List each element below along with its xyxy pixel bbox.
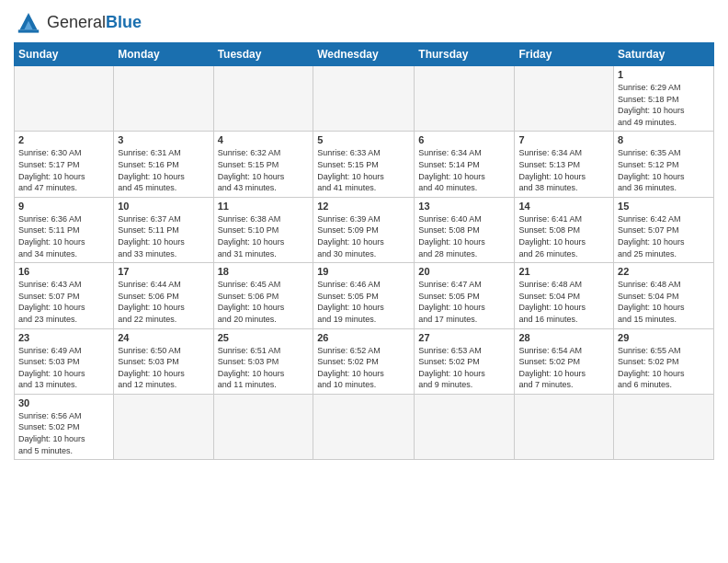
day-number: 14 xyxy=(518,201,609,212)
day-cell: 16Sunrise: 6:43 AM Sunset: 5:07 PM Dayli… xyxy=(15,263,114,328)
day-cell xyxy=(313,66,415,132)
day-cell: 10Sunrise: 6:37 AM Sunset: 5:11 PM Dayli… xyxy=(114,197,213,262)
day-info: Sunrise: 6:53 AM Sunset: 5:02 PM Dayligh… xyxy=(418,345,510,391)
day-number: 8 xyxy=(618,134,710,145)
day-cell: 17Sunrise: 6:44 AM Sunset: 5:06 PM Dayli… xyxy=(114,263,213,328)
day-number: 12 xyxy=(317,201,410,212)
day-info: Sunrise: 6:52 AM Sunset: 5:02 PM Dayligh… xyxy=(317,345,410,391)
day-number: 25 xyxy=(218,332,310,343)
day-cell xyxy=(515,66,614,132)
day-number: 28 xyxy=(518,332,609,343)
day-info: Sunrise: 6:34 AM Sunset: 5:13 PM Dayligh… xyxy=(518,147,609,193)
day-info: Sunrise: 6:48 AM Sunset: 5:04 PM Dayligh… xyxy=(518,279,609,325)
day-number: 22 xyxy=(618,266,710,277)
day-info: Sunrise: 6:38 AM Sunset: 5:10 PM Dayligh… xyxy=(218,213,310,259)
day-cell: 1Sunrise: 6:29 AM Sunset: 5:18 PM Daylig… xyxy=(614,66,714,132)
day-info: Sunrise: 6:39 AM Sunset: 5:09 PM Dayligh… xyxy=(317,213,410,259)
day-cell: 12Sunrise: 6:39 AM Sunset: 5:09 PM Dayli… xyxy=(313,197,415,262)
day-number: 16 xyxy=(18,266,109,277)
day-cell: 4Sunrise: 6:32 AM Sunset: 5:15 PM Daylig… xyxy=(213,132,313,197)
svg-rect-2 xyxy=(18,29,39,32)
day-info: Sunrise: 6:55 AM Sunset: 5:02 PM Dayligh… xyxy=(618,345,710,391)
day-number: 27 xyxy=(418,332,510,343)
day-info: Sunrise: 6:34 AM Sunset: 5:14 PM Dayligh… xyxy=(418,147,510,193)
day-cell xyxy=(415,66,515,132)
day-info: Sunrise: 6:54 AM Sunset: 5:02 PM Dayligh… xyxy=(518,345,609,391)
day-cell: 24Sunrise: 6:50 AM Sunset: 5:03 PM Dayli… xyxy=(114,328,213,394)
day-info: Sunrise: 6:40 AM Sunset: 5:08 PM Dayligh… xyxy=(418,213,510,259)
logo-icon xyxy=(14,9,43,35)
calendar: SundayMondayTuesdayWednesdayThursdayFrid… xyxy=(14,42,714,460)
week-row-1: 2Sunrise: 6:30 AM Sunset: 5:17 PM Daylig… xyxy=(15,132,714,197)
day-number: 2 xyxy=(18,134,109,145)
day-cell xyxy=(114,394,213,459)
day-number: 26 xyxy=(317,332,410,343)
day-cell: 20Sunrise: 6:47 AM Sunset: 5:05 PM Dayli… xyxy=(415,263,515,328)
day-number: 5 xyxy=(317,134,410,145)
day-cell: 21Sunrise: 6:48 AM Sunset: 5:04 PM Dayli… xyxy=(515,263,614,328)
day-cell: 8Sunrise: 6:35 AM Sunset: 5:12 PM Daylig… xyxy=(614,132,714,197)
day-cell: 2Sunrise: 6:30 AM Sunset: 5:17 PM Daylig… xyxy=(15,132,114,197)
day-cell xyxy=(614,394,714,459)
day-number: 4 xyxy=(218,134,310,145)
day-cell xyxy=(213,66,313,132)
day-number: 11 xyxy=(218,201,310,212)
day-cell: 5Sunrise: 6:33 AM Sunset: 5:15 PM Daylig… xyxy=(313,132,415,197)
day-info: Sunrise: 6:51 AM Sunset: 5:03 PM Dayligh… xyxy=(218,345,310,391)
day-number: 3 xyxy=(118,134,209,145)
day-cell: 7Sunrise: 6:34 AM Sunset: 5:13 PM Daylig… xyxy=(515,132,614,197)
day-header-saturday: Saturday xyxy=(614,43,714,66)
day-cell xyxy=(114,66,213,132)
day-info: Sunrise: 6:47 AM Sunset: 5:05 PM Dayligh… xyxy=(418,279,510,325)
day-number: 24 xyxy=(118,332,209,343)
week-row-2: 9Sunrise: 6:36 AM Sunset: 5:11 PM Daylig… xyxy=(15,197,714,262)
day-cell: 11Sunrise: 6:38 AM Sunset: 5:10 PM Dayli… xyxy=(213,197,313,262)
day-number: 21 xyxy=(518,266,609,277)
day-info: Sunrise: 6:41 AM Sunset: 5:08 PM Dayligh… xyxy=(518,213,609,259)
day-number: 23 xyxy=(18,332,109,343)
day-info: Sunrise: 6:50 AM Sunset: 5:03 PM Dayligh… xyxy=(118,345,209,391)
day-cell: 23Sunrise: 6:49 AM Sunset: 5:03 PM Dayli… xyxy=(15,328,114,394)
day-info: Sunrise: 6:36 AM Sunset: 5:11 PM Dayligh… xyxy=(18,213,109,259)
day-cell xyxy=(415,394,515,459)
day-info: Sunrise: 6:49 AM Sunset: 5:03 PM Dayligh… xyxy=(18,345,109,391)
day-cell: 9Sunrise: 6:36 AM Sunset: 5:11 PM Daylig… xyxy=(15,197,114,262)
day-info: Sunrise: 6:42 AM Sunset: 5:07 PM Dayligh… xyxy=(618,213,710,259)
day-info: Sunrise: 6:45 AM Sunset: 5:06 PM Dayligh… xyxy=(218,279,310,325)
day-cell: 18Sunrise: 6:45 AM Sunset: 5:06 PM Dayli… xyxy=(213,263,313,328)
day-header-wednesday: Wednesday xyxy=(313,43,415,66)
day-cell: 30Sunrise: 6:56 AM Sunset: 5:02 PM Dayli… xyxy=(15,394,114,459)
day-number: 7 xyxy=(518,134,609,145)
day-cell: 29Sunrise: 6:55 AM Sunset: 5:02 PM Dayli… xyxy=(614,328,714,394)
day-number: 13 xyxy=(418,201,510,212)
calendar-header-row: SundayMondayTuesdayWednesdayThursdayFrid… xyxy=(15,43,714,66)
week-row-4: 23Sunrise: 6:49 AM Sunset: 5:03 PM Dayli… xyxy=(15,328,714,394)
week-row-0: 1Sunrise: 6:29 AM Sunset: 5:18 PM Daylig… xyxy=(15,66,714,132)
week-row-5: 30Sunrise: 6:56 AM Sunset: 5:02 PM Dayli… xyxy=(15,394,714,459)
day-info: Sunrise: 6:35 AM Sunset: 5:12 PM Dayligh… xyxy=(618,147,710,193)
day-cell: 26Sunrise: 6:52 AM Sunset: 5:02 PM Dayli… xyxy=(313,328,415,394)
day-info: Sunrise: 6:44 AM Sunset: 5:06 PM Dayligh… xyxy=(118,279,209,325)
day-info: Sunrise: 6:29 AM Sunset: 5:18 PM Dayligh… xyxy=(618,82,710,128)
day-cell: 28Sunrise: 6:54 AM Sunset: 5:02 PM Dayli… xyxy=(515,328,614,394)
day-cell xyxy=(213,394,313,459)
day-number: 17 xyxy=(118,266,209,277)
day-info: Sunrise: 6:31 AM Sunset: 5:16 PM Dayligh… xyxy=(118,147,209,193)
day-cell: 19Sunrise: 6:46 AM Sunset: 5:05 PM Dayli… xyxy=(313,263,415,328)
day-info: Sunrise: 6:43 AM Sunset: 5:07 PM Dayligh… xyxy=(18,279,109,325)
header: GeneralBlue xyxy=(14,9,714,35)
day-number: 6 xyxy=(418,134,510,145)
day-cell: 25Sunrise: 6:51 AM Sunset: 5:03 PM Dayli… xyxy=(213,328,313,394)
day-cell: 3Sunrise: 6:31 AM Sunset: 5:16 PM Daylig… xyxy=(114,132,213,197)
day-number: 15 xyxy=(618,201,710,212)
page: GeneralBlue SundayMondayTuesdayWednesday… xyxy=(0,0,728,469)
day-cell: 15Sunrise: 6:42 AM Sunset: 5:07 PM Dayli… xyxy=(614,197,714,262)
day-cell: 13Sunrise: 6:40 AM Sunset: 5:08 PM Dayli… xyxy=(415,197,515,262)
day-number: 1 xyxy=(618,69,710,80)
day-number: 10 xyxy=(118,201,209,212)
day-header-friday: Friday xyxy=(515,43,614,66)
day-cell xyxy=(515,394,614,459)
logo-area: GeneralBlue xyxy=(14,9,142,35)
day-cell: 27Sunrise: 6:53 AM Sunset: 5:02 PM Dayli… xyxy=(415,328,515,394)
day-info: Sunrise: 6:33 AM Sunset: 5:15 PM Dayligh… xyxy=(317,147,410,193)
